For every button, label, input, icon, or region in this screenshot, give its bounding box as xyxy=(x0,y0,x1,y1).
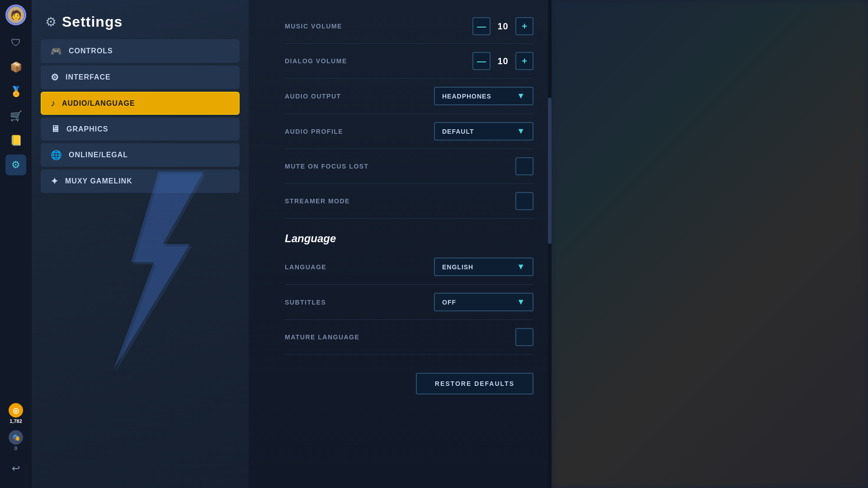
sidebar-item-badge[interactable]: 🏅 xyxy=(5,81,26,102)
audio-profile-label: AUDIO PROFILE xyxy=(285,128,343,135)
streamer-mode-checkbox[interactable] xyxy=(515,192,533,210)
restore-defaults-button[interactable]: RESTORE DEFAULTS xyxy=(416,373,533,394)
language-value: ENGLISH xyxy=(442,263,473,271)
nav-menu: 🎮 CONTROLS ⚙ INTERFACE ♪ AUDIO/LANGUAGE … xyxy=(32,39,249,193)
back-button[interactable]: ↩ xyxy=(5,458,26,479)
dialog-volume-increase[interactable]: + xyxy=(515,52,533,70)
settings-title: Settings xyxy=(62,14,123,30)
background-blur xyxy=(552,0,868,488)
subtitles-chevron: ▼ xyxy=(517,297,525,307)
audio-output-label: AUDIO OUTPUT xyxy=(285,93,341,100)
sidebar-item-shield[interactable]: 🛡 xyxy=(5,33,26,53)
audio-profile-chevron: ▼ xyxy=(517,127,525,136)
settings-icon: ⚙ xyxy=(11,159,20,171)
nav-item-interface[interactable]: ⚙ INTERFACE xyxy=(41,66,240,89)
setting-row-language: LANGUAGE ENGLISH ▼ xyxy=(285,249,533,285)
secondary-currency-icon: 🎭 xyxy=(9,430,23,445)
sidebar-item-cart[interactable]: 🛒 xyxy=(5,106,26,127)
dialog-volume-decrease[interactable]: — xyxy=(472,52,491,70)
language-label: LANGUAGE xyxy=(285,263,326,271)
setting-row-streamer-mode: STREAMER MODE xyxy=(285,184,533,219)
nav-item-audio-language[interactable]: ♪ AUDIO/LANGUAGE xyxy=(41,92,240,115)
sidebar-item-book[interactable]: 📒 xyxy=(5,130,26,151)
primary-currency: ◎ 1,782 xyxy=(9,403,23,424)
muxy-icon: ✦ xyxy=(51,176,59,187)
background-overlay xyxy=(552,0,868,488)
dialog-volume-value: 10 xyxy=(491,52,515,70)
setting-row-mature-language: MATURE LANGUAGE xyxy=(285,320,533,355)
minus-icon: — xyxy=(477,21,486,32)
minus-icon-2: — xyxy=(477,56,486,66)
nav-item-graphics[interactable]: 🖥 GRAPHICS xyxy=(41,117,240,141)
music-volume-label: MUSIC VOLUME xyxy=(285,23,342,30)
graphics-icon: 🖥 xyxy=(51,124,60,134)
setting-row-dialog-volume: DIALOG VOLUME — 10 + xyxy=(285,44,533,79)
language-dropdown[interactable]: ENGLISH ▼ xyxy=(434,258,533,276)
sidebar-item-settings[interactable]: ⚙ xyxy=(5,155,26,175)
sidebar-item-cube[interactable]: 📦 xyxy=(5,57,26,78)
setting-row-music-volume: MUSIC VOLUME — 10 + xyxy=(285,9,533,44)
language-chevron: ▼ xyxy=(517,262,525,272)
audio-output-chevron: ▼ xyxy=(517,91,525,101)
settings-panel: ⚙ Settings 🎮 CONTROLS ⚙ INTERFACE ♪ AUDI… xyxy=(32,0,249,488)
secondary-currency: 🎭 0 xyxy=(9,430,23,451)
header-gear-icon: ⚙ xyxy=(45,14,57,29)
mute-focus-checkbox[interactable] xyxy=(515,157,533,175)
avatar[interactable]: 🧑 xyxy=(5,5,26,25)
setting-row-mute-focus: MUTE ON FOCUS LOST xyxy=(285,149,533,184)
audio-profile-dropdown[interactable]: DEFAULT ▼ xyxy=(434,122,533,141)
subtitles-value: OFF xyxy=(442,299,456,306)
svg-marker-1 xyxy=(115,174,206,373)
nav-item-muxy-gamelink[interactable]: ✦ MUXY GAMELINK xyxy=(41,169,240,193)
shield-icon: 🛡 xyxy=(11,37,21,49)
music-volume-stepper: — 10 + xyxy=(472,17,533,35)
avatar-face: 🧑 xyxy=(8,7,24,23)
nav-item-online-legal[interactable]: 🌐 ONLINE/LEGAL xyxy=(41,143,240,167)
subtitles-dropdown[interactable]: OFF ▼ xyxy=(434,293,533,311)
book-icon: 📒 xyxy=(10,135,22,146)
nav-item-graphics-label: GRAPHICS xyxy=(66,125,108,133)
secondary-currency-value: 0 xyxy=(14,446,17,451)
dialog-volume-label: DIALOG VOLUME xyxy=(285,57,347,65)
audio-icon: ♪ xyxy=(51,98,56,108)
mute-focus-label: MUTE ON FOCUS LOST xyxy=(285,163,369,170)
nav-item-online-label: ONLINE/LEGAL xyxy=(69,151,128,159)
svg-marker-0 xyxy=(113,172,203,371)
back-icon: ↩ xyxy=(12,463,20,474)
nav-item-controls[interactable]: 🎮 CONTROLS xyxy=(41,39,240,63)
nav-item-audio-label: AUDIO/LANGUAGE xyxy=(62,99,135,108)
audio-profile-value: DEFAULT xyxy=(442,128,474,135)
audio-output-value: HEADPHONES xyxy=(442,93,491,100)
plus-icon: + xyxy=(522,21,527,32)
scrollbar-thumb[interactable] xyxy=(548,98,552,244)
music-volume-increase[interactable]: + xyxy=(515,17,533,35)
content-area: MUSIC VOLUME — 10 + DIALOG VOLUME — 10 xyxy=(249,0,552,488)
mature-language-label: MATURE LANGUAGE xyxy=(285,333,359,341)
nav-item-interface-label: INTERFACE xyxy=(66,73,111,81)
subtitles-label: SUBTITLES xyxy=(285,299,326,306)
mature-language-checkbox[interactable] xyxy=(515,328,533,346)
setting-row-audio-output: AUDIO OUTPUT HEADPHONES ▼ xyxy=(285,79,533,114)
dialog-volume-stepper: — 10 + xyxy=(472,52,533,70)
currency-value: 1,782 xyxy=(9,418,22,424)
scrollbar-track xyxy=(548,0,552,488)
streamer-mode-label: STREAMER MODE xyxy=(285,197,350,205)
language-section-header: Language xyxy=(285,232,533,245)
nav-item-controls-label: CONTROLS xyxy=(69,47,113,55)
music-volume-decrease[interactable]: — xyxy=(472,17,491,35)
settings-header: ⚙ Settings xyxy=(32,0,249,39)
nav-item-muxy-label: MUXY GAMELINK xyxy=(65,177,132,185)
cart-icon: 🛒 xyxy=(10,110,22,122)
online-icon: 🌐 xyxy=(51,150,62,160)
audio-output-dropdown[interactable]: HEADPHONES ▼ xyxy=(434,87,533,105)
currency-icon: ◎ xyxy=(9,403,23,418)
setting-row-audio-profile: AUDIO PROFILE DEFAULT ▼ xyxy=(285,114,533,149)
badge-icon: 🏅 xyxy=(10,86,22,98)
icon-bar: 🧑 🛡 📦 🏅 🛒 📒 ⚙ ◎ 1,782 🎭 0 ↩ xyxy=(0,0,32,488)
plus-icon-2: + xyxy=(522,56,527,66)
cube-icon: 📦 xyxy=(10,61,22,73)
interface-icon: ⚙ xyxy=(51,72,59,83)
content-scroll[interactable]: MUSIC VOLUME — 10 + DIALOG VOLUME — 10 xyxy=(249,0,552,488)
setting-row-subtitles: SUBTITLES OFF ▼ xyxy=(285,285,533,320)
controls-icon: 🎮 xyxy=(51,46,62,56)
